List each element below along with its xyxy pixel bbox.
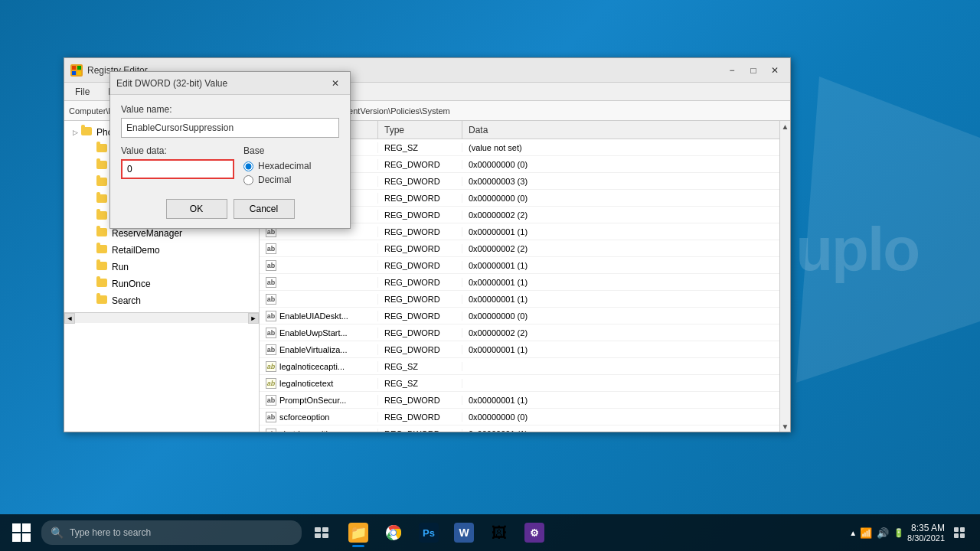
taskbar-app-chrome[interactable] [377,516,410,549]
cell-name: ab EnableUIADeskt... [260,311,378,321]
battery-icon[interactable]: 🔋 [893,528,904,538]
table-row[interactable]: ab legalnoticecapti... REG_SZ [260,358,779,375]
value-data-label: Value data: [121,145,234,156]
dialog-close-button[interactable]: ✕ [327,75,344,92]
reg-dword-icon: ab [266,243,276,254]
cell-data: 0x00000000 (0) [462,412,779,422]
table-row[interactable]: ab REG_DWORD 0x00000002 (2) [260,240,779,257]
value-data-input[interactable] [121,159,234,179]
expand-icon [86,279,95,289]
svg-rect-6 [315,533,321,538]
data-vertical-scrollbar[interactable]: ▲ ▼ [779,121,790,432]
decimal-option[interactable]: Decimal [243,174,311,185]
taskbar-app-word[interactable]: W [447,516,481,549]
scroll-down-btn[interactable]: ▼ [780,421,790,432]
cell-data: 0x00000003 (3) [462,177,779,186]
notification-button[interactable] [948,514,971,551]
time-display[interactable]: 8:35 AM 8/30/2021 [907,523,945,543]
clock-date: 8/30/2021 [907,533,945,543]
table-row[interactable]: ab EnableVirtualiza... REG_DWORD 0x00000… [260,341,779,358]
scroll-left-btn[interactable]: ◄ [64,313,75,324]
table-row[interactable]: ab EnableUIADeskt... REG_DWORD 0x0000000… [260,308,779,324]
reg-dword-icon: ab [266,328,276,338]
svg-point-10 [391,530,396,535]
svg-rect-4 [315,527,321,532]
svg-rect-1 [77,66,81,70]
table-row[interactable]: ab REG_DWORD 0x00000001 (1) [260,274,779,291]
tree-item-runonce[interactable]: RunOnce [64,276,259,292]
tree-item-run[interactable]: Run [64,259,259,276]
cell-type: REG_DWORD [378,177,462,186]
table-row[interactable]: ab legalnoticetext REG_SZ [260,375,779,392]
table-row[interactable]: ab shutdownwitho... REG_DWORD 0x00000001… [260,425,779,432]
volume-icon[interactable]: 🔊 [877,527,889,539]
cell-name: ab EnableVirtualiza... [260,344,378,355]
reg-dword-icon: ab [266,395,276,406]
expand-icon [86,246,95,255]
table-row[interactable]: ab EnableUwpStart... REG_DWORD 0x0000000… [260,324,779,341]
folder-icon [96,144,109,155]
cell-type: REG_DWORD [378,295,462,304]
reg-dword-icon: ab [266,344,276,355]
cell-name: ab EnableUwpStart... [260,328,378,338]
tree-horizontal-scrollbar[interactable]: ◄ ► [64,312,259,323]
ok-button[interactable]: OK [166,199,227,219]
menu-file[interactable]: File [70,85,94,99]
svg-rect-12 [960,527,965,532]
minimize-button[interactable]: − [723,62,741,79]
reg-dword-icon: ab [266,311,276,321]
cell-data: 0x00000001 (1) [462,278,779,287]
reg-dword-icon: ab [266,294,276,305]
cell-type: REG_DWORD [378,328,462,337]
cell-type: REG_DWORD [378,227,462,236]
tree-item-search[interactable]: Search [64,292,259,309]
maximize-button[interactable]: □ [744,62,763,79]
taskbar-app-dev[interactable]: ⚙ [518,516,551,549]
hexadecimal-label: Hexadecimal [258,161,311,171]
table-row[interactable]: ab REG_DWORD 0x00000001 (1) [260,291,779,308]
table-row[interactable]: ab REG_DWORD 0x00000001 (1) [260,257,779,274]
cell-data: (value not set) [462,143,779,152]
scroll-up-btn[interactable]: ▲ [780,121,790,132]
column-header-type: Type [378,121,462,139]
hexadecimal-radio[interactable] [243,161,253,171]
folder-icon [96,279,109,289]
cell-type: REG_DWORD [378,429,462,432]
file-explorer-icon: 📁 [348,523,368,543]
start-button[interactable] [3,514,40,551]
table-row[interactable]: ab PromptOnSecur... REG_DWORD 0x00000001… [260,392,779,409]
taskbar-search[interactable]: 🔍 Type here to search [41,520,302,545]
cell-type: REG_DWORD [378,194,462,203]
cell-type: REG_DWORD [378,244,462,253]
column-header-data: Data [462,121,790,139]
close-button[interactable]: ✕ [766,62,784,79]
search-icon: 🔍 [51,527,64,539]
taskbar-app-photos[interactable]: 🖼 [482,516,516,549]
cell-type: REG_DWORD [378,160,462,169]
network-icon[interactable]: 📶 [860,527,872,539]
dialog-title: Edit DWORD (32-bit) Value [116,78,227,89]
tray-expand-icon[interactable]: ▲ [849,529,857,537]
folder-icon [96,211,109,222]
cancel-button[interactable]: Cancel [234,199,295,219]
value-data-section: Value data: [121,145,234,179]
tree-item-retaildemo[interactable]: RetailDemo [64,242,259,259]
cell-data: 0x00000000 (0) [462,160,779,169]
cell-name: ab [260,277,378,288]
decimal-radio[interactable] [243,175,253,185]
scroll-right-btn[interactable]: ► [248,313,259,324]
cell-name: ab scforceoption [260,412,378,422]
taskbar-app-file-explorer[interactable]: 📁 [341,516,375,549]
hexadecimal-option[interactable]: Hexadecimal [243,161,311,171]
task-view-button[interactable] [303,514,340,551]
table-row[interactable]: ab scforceoption REG_DWORD 0x00000000 (0… [260,409,779,425]
taskbar-app-photoshop[interactable]: Ps [412,516,446,549]
tree-item-label: Run [112,262,129,272]
cell-type: REG_DWORD [378,412,462,422]
scroll-track[interactable] [75,313,248,323]
folder-icon [81,127,93,138]
reg-sz-icon: ab [266,361,276,372]
cell-data: 0x00000001 (1) [462,429,779,432]
cell-data: 0x00000001 (1) [462,295,779,304]
value-name-input[interactable] [121,118,339,138]
